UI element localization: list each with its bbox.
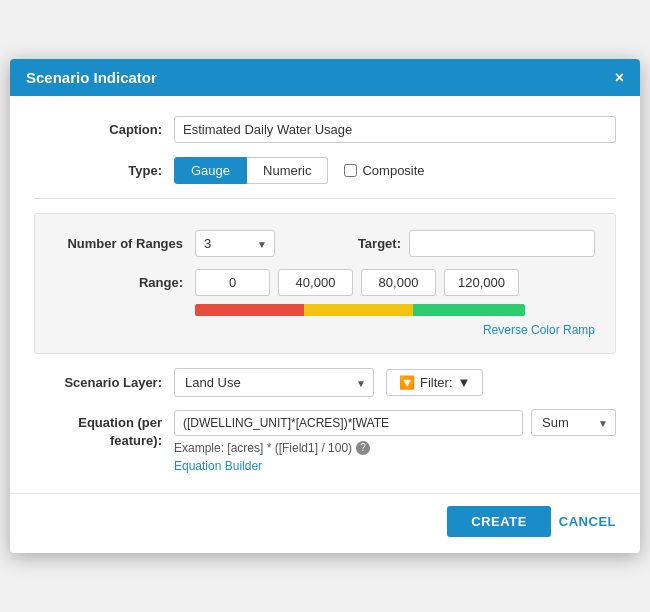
scenario-indicator-modal: Scenario Indicator × Caption: Type: Gaug… xyxy=(10,59,640,553)
ranges-section: Number of Ranges 3 4 5 ▼ Target: Range: xyxy=(34,213,616,354)
reverse-color-link[interactable]: Reverse Color Ramp xyxy=(483,323,595,337)
range-values xyxy=(195,269,519,296)
composite-label: Composite xyxy=(344,163,424,178)
equation-right: Sum Average Min Max ▼ Example: [acres] *… xyxy=(174,409,616,473)
close-icon[interactable]: × xyxy=(615,70,624,86)
scenario-layer-select-wrapper: Land Use ▼ xyxy=(174,368,374,397)
target-label: Target: xyxy=(358,236,401,251)
equation-label: Equation (per feature): xyxy=(34,409,174,450)
range-value-2[interactable] xyxy=(361,269,436,296)
scenario-layer-label: Scenario Layer: xyxy=(34,375,174,390)
equation-example: Example: [acres] * ([Field1] / 100) ? xyxy=(174,441,616,455)
type-row: Type: Gauge Numeric Composite xyxy=(34,157,616,184)
range-value-0[interactable] xyxy=(195,269,270,296)
caption-input-wrapper xyxy=(174,116,616,143)
equation-input[interactable] xyxy=(174,410,523,436)
filter-button[interactable]: 🔽 Filter: ▼ xyxy=(386,369,483,396)
caption-label: Caption: xyxy=(34,122,174,137)
scenario-layer-row: Scenario Layer: Land Use ▼ 🔽 Filter: ▼ xyxy=(34,368,616,397)
range-value-1[interactable] xyxy=(278,269,353,296)
modal-header: Scenario Indicator × xyxy=(10,59,640,96)
help-icon[interactable]: ? xyxy=(356,441,370,455)
scenario-layer-select[interactable]: Land Use xyxy=(174,368,374,397)
filter-dropdown-icon: ▼ xyxy=(458,375,471,390)
range-value-3[interactable] xyxy=(444,269,519,296)
num-ranges-select-wrapper: 3 4 5 ▼ xyxy=(195,230,275,257)
modal-body: Caption: Type: Gauge Numeric Composite N… xyxy=(10,96,640,493)
target-group: Target: xyxy=(358,230,595,257)
composite-text: Composite xyxy=(362,163,424,178)
range-label: Range: xyxy=(55,275,195,290)
divider xyxy=(34,198,616,199)
sum-select[interactable]: Sum Average Min Max xyxy=(531,409,616,436)
color-ramp xyxy=(195,304,525,316)
range-inputs-row: Range: xyxy=(55,269,595,296)
caption-row: Caption: xyxy=(34,116,616,143)
numeric-button[interactable]: Numeric xyxy=(247,157,328,184)
create-button[interactable]: CREATE xyxy=(447,506,550,537)
composite-checkbox[interactable] xyxy=(344,164,357,177)
filter-label: Filter: xyxy=(420,375,453,390)
equation-input-row: Sum Average Min Max ▼ xyxy=(174,409,616,436)
equation-builder-row: Equation Builder xyxy=(174,458,616,473)
ranges-num-row: Number of Ranges 3 4 5 ▼ Target: xyxy=(55,230,595,257)
gauge-button[interactable]: Gauge xyxy=(174,157,247,184)
filter-icon: 🔽 xyxy=(399,375,415,390)
target-input[interactable] xyxy=(409,230,595,257)
num-ranges-select[interactable]: 3 4 5 xyxy=(195,230,275,257)
color-ramp-row xyxy=(195,304,595,316)
example-text: Example: [acres] * ([Field1] / 100) xyxy=(174,441,352,455)
reverse-link-row: Reverse Color Ramp xyxy=(55,322,595,337)
cancel-button[interactable]: CANCEL xyxy=(559,514,616,529)
modal-title: Scenario Indicator xyxy=(26,69,157,86)
caption-input[interactable] xyxy=(174,116,616,143)
type-label: Type: xyxy=(34,163,174,178)
sum-select-wrapper: Sum Average Min Max ▼ xyxy=(531,409,616,436)
equation-builder-link[interactable]: Equation Builder xyxy=(174,459,262,473)
num-ranges-label: Number of Ranges xyxy=(55,236,195,251)
type-buttons: Gauge Numeric Composite xyxy=(174,157,425,184)
modal-footer: CREATE CANCEL xyxy=(10,493,640,553)
equation-row: Equation (per feature): Sum Average Min … xyxy=(34,409,616,473)
